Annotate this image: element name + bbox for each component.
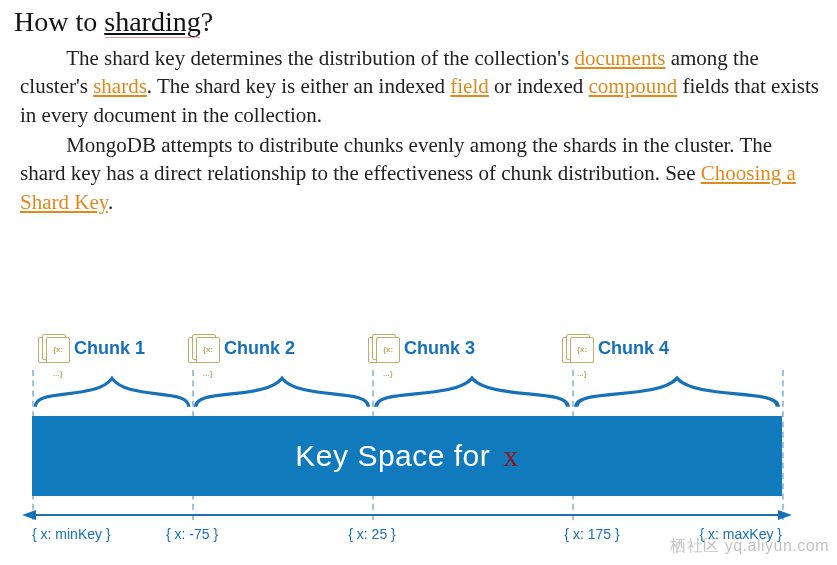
keyspace-diagram: {x: ...} Chunk 1 {x: ...} Chunk 2 {x: ..… — [32, 326, 822, 558]
chunk-header-2: {x: ...} Chunk 2 — [188, 334, 295, 362]
heading-pre: How to — [14, 6, 104, 37]
axis-arrow — [22, 508, 792, 522]
boundary-value-minkey: { x: minKey } — [32, 526, 111, 542]
svg-marker-2 — [778, 510, 792, 520]
t-p2b: . — [108, 190, 113, 214]
brace-chunk-2 — [192, 372, 372, 410]
boundary-value-25: { x: 25 } — [348, 526, 395, 542]
link-shards[interactable]: shards — [93, 74, 147, 98]
body-text: The shard key determines the distributio… — [20, 44, 821, 216]
document-stack-icon: {x: ...} — [368, 334, 398, 362]
document-stack-icon: {x: ...} — [562, 334, 592, 362]
t-p2a: MongoDB attempts to distribute chunks ev… — [20, 133, 772, 185]
chunk-header-4: {x: ...} Chunk 4 — [562, 334, 669, 362]
document-stack-icon: {x: ...} — [188, 334, 218, 362]
chunk-header-3: {x: ...} Chunk 3 — [368, 334, 475, 362]
keyspace-bar-label: Key Space for x — [295, 439, 518, 473]
t-p1c: . The shard key is either an indexed — [147, 74, 450, 98]
heading-keyword: sharding — [104, 6, 200, 37]
boundary-line — [782, 370, 784, 520]
brace-chunk-4 — [572, 372, 782, 410]
link-documents[interactable]: documents — [574, 46, 665, 70]
chunk-label: Chunk 4 — [598, 338, 669, 359]
boundary-value-neg75: { x: -75 } — [166, 526, 218, 542]
svg-marker-1 — [22, 510, 36, 520]
link-compound[interactable]: compound — [589, 74, 678, 98]
brace-chunk-3 — [372, 372, 572, 410]
link-field[interactable]: field — [450, 74, 488, 98]
chunk-label: Chunk 2 — [224, 338, 295, 359]
boundary-value-maxkey: { x: maxKey } — [700, 526, 782, 542]
t-p1d: or indexed — [489, 74, 589, 98]
chunk-header-1: {x: ...} Chunk 1 — [38, 334, 145, 362]
t-p1a: The shard key determines the distributio… — [66, 46, 574, 70]
bar-label-var: x — [503, 439, 519, 472]
chunk-label: Chunk 1 — [74, 338, 145, 359]
chunk-label: Chunk 3 — [404, 338, 475, 359]
boundary-value-175: { x: 175 } — [564, 526, 619, 542]
document-stack-icon: {x: ...} — [38, 334, 68, 362]
page-title: How to sharding? — [14, 6, 821, 38]
keyspace-bar: Key Space for x — [32, 416, 782, 496]
brace-chunk-1 — [32, 372, 192, 410]
bar-label-prefix: Key Space for — [295, 439, 499, 472]
heading-post: ? — [201, 6, 213, 37]
